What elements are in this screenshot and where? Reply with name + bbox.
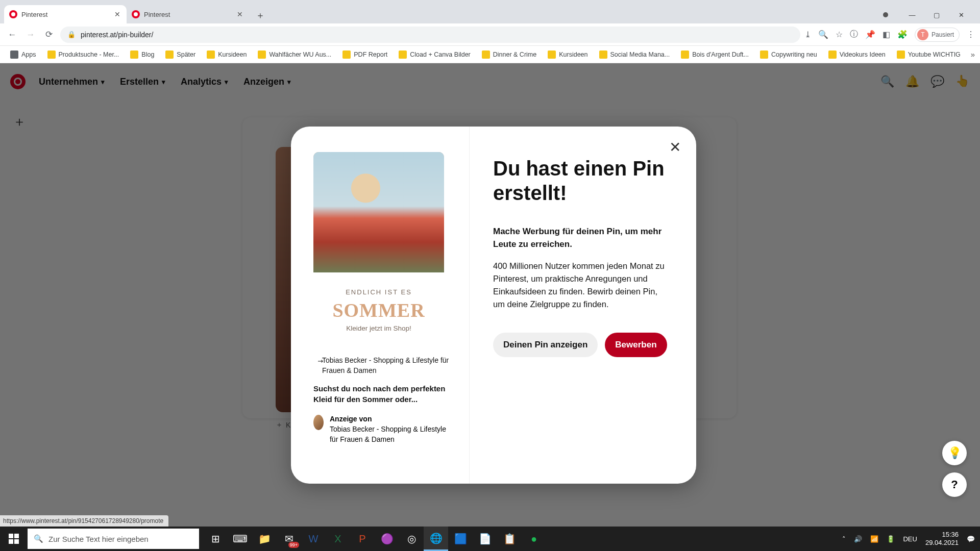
- bookmark-item[interactable]: Später: [161, 48, 200, 61]
- tray-wifi-icon[interactable]: 📶: [870, 535, 878, 543]
- extensions-pin-icon[interactable]: 📌: [865, 30, 875, 39]
- bookmark-item[interactable]: Videokurs Ideen: [824, 48, 890, 61]
- folder-icon: [342, 51, 351, 59]
- pin-overlay-line1: ENDLICH IST ES: [346, 288, 412, 296]
- window-close-button[interactable]: ✕: [949, 6, 973, 23]
- bookmark-label: Cload + Canva Bilder: [410, 51, 470, 58]
- edge-app-icon[interactable]: 🟦: [448, 527, 473, 551]
- taskbar-app[interactable]: 🟣: [375, 527, 399, 551]
- url-text: pinterest.at/pin-builder/: [81, 31, 153, 39]
- bookmark-item[interactable]: Cload + Canva Bilder: [395, 48, 474, 61]
- pin-overlay-line3: Kleider jetzt im Shop!: [346, 324, 411, 332]
- bookmark-item[interactable]: Bois d'Argent Duft...: [677, 48, 753, 61]
- chrome-account-indicator[interactable]: [883, 12, 888, 17]
- powerpoint-app-icon[interactable]: P: [350, 527, 375, 551]
- task-view-button[interactable]: ⊞: [203, 527, 228, 551]
- pin-thumbnail: ENDLICH IST ES SOMMER Kleider jetzt im S…: [313, 152, 444, 348]
- extension-icon[interactable]: ◧: [883, 30, 890, 39]
- folder-icon: [482, 51, 490, 59]
- folder-icon: [130, 51, 138, 59]
- browser-tab-0[interactable]: Pinterest ✕: [4, 5, 127, 23]
- pin-description: Suchst du noch nach dem perfekten Kleid …: [313, 383, 452, 405]
- bookmark-star-icon[interactable]: ☆: [836, 30, 843, 39]
- excel-app-icon[interactable]: X: [326, 527, 350, 551]
- modal-subtitle: Mache Werbung für deinen Pin, um mehr Le…: [493, 226, 674, 251]
- modal-close-button[interactable]: ✕: [665, 137, 685, 157]
- windows-logo-icon: [9, 534, 19, 544]
- close-tab-icon[interactable]: ✕: [113, 10, 121, 18]
- bookmark-item[interactable]: Kursideen: [203, 48, 251, 61]
- modal-body: 400 Millionen Nutzer kommen jeden Monat …: [493, 260, 667, 310]
- bookmark-item[interactable]: Social Media Mana...: [595, 48, 674, 61]
- browser-toolbar: ← → ⟳ 🔒 pinterest.at/pin-builder/ ⤓ 🔍 ☆ …: [0, 23, 980, 46]
- tab-title: Pinterest: [144, 11, 170, 18]
- mail-app-icon[interactable]: ✉: [277, 527, 301, 551]
- pin-overlay-line2: SOMMER: [332, 299, 425, 321]
- notepad-app-icon[interactable]: 📄: [473, 527, 497, 551]
- address-bar[interactable]: 🔒 pinterest.at/pin-builder/: [60, 27, 800, 43]
- tray-battery-icon[interactable]: 🔋: [887, 535, 895, 543]
- bookmark-item[interactable]: Blog: [126, 48, 158, 61]
- bookmark-item[interactable]: PDF Report: [338, 48, 391, 61]
- link-preview-statusbar: https://www.pinterest.at/pin/91542706172…: [0, 515, 168, 527]
- tray-chevron-icon[interactable]: ˄: [842, 535, 846, 543]
- ideas-fab[interactable]: 💡: [942, 441, 967, 465]
- folder-icon: [165, 51, 174, 59]
- bookmark-label: PDF Report: [354, 51, 387, 58]
- nav-reload-button[interactable]: ⟳: [42, 28, 56, 42]
- bookmark-item[interactable]: Kursideen: [544, 48, 592, 61]
- bookmark-apps[interactable]: Apps: [6, 48, 40, 61]
- folder-icon: [47, 51, 56, 59]
- profile-state: Pausiert: [932, 31, 954, 38]
- start-button[interactable]: [0, 527, 28, 551]
- action-center-icon[interactable]: 💬: [967, 535, 975, 543]
- ad-by-name: Tobias Becker - Shopping & Lifestyle für…: [330, 424, 452, 445]
- bookmark-label: Produktsuche - Mer...: [59, 51, 119, 58]
- spotify-app-icon[interactable]: ●: [522, 527, 546, 551]
- pinterest-favicon: [132, 10, 140, 18]
- new-tab-button[interactable]: ＋: [252, 7, 268, 23]
- tray-volume-icon[interactable]: 🔊: [854, 535, 862, 543]
- word-app-icon[interactable]: W: [301, 527, 326, 551]
- taskbar-app[interactable]: ⌨: [228, 527, 252, 551]
- chrome-menu-icon[interactable]: ⋮: [967, 30, 975, 39]
- taskbar-search[interactable]: 🔍 Zur Suche Text hier eingeben: [28, 529, 199, 549]
- chrome-app-icon[interactable]: 🌐: [424, 527, 448, 551]
- pin-created-modal: ENDLICH IST ES SOMMER Kleider jetzt im S…: [291, 127, 696, 484]
- bookmark-label: Videokurs Ideen: [840, 51, 886, 58]
- taskbar-app[interactable]: 📋: [497, 527, 522, 551]
- bookmark-item[interactable]: Wahlfächer WU Aus...: [254, 48, 335, 61]
- reading-list-button[interactable]: ☰Leseliste: [978, 48, 980, 60]
- nav-back-button[interactable]: ←: [5, 28, 19, 42]
- obs-app-icon[interactable]: ◎: [399, 527, 424, 551]
- bookmark-overflow-icon[interactable]: »: [971, 50, 975, 59]
- browser-tabstrip: Pinterest ✕ Pinterest ✕ ＋ — ▢ ✕: [0, 0, 980, 23]
- window-minimize-button[interactable]: —: [900, 6, 924, 23]
- tray-date: 29.04.2021: [925, 539, 959, 547]
- bookmark-label: Blog: [141, 51, 154, 58]
- bookmark-label: Social Media Mana...: [610, 51, 670, 58]
- bookmark-label: Wahlfächer WU Aus...: [269, 51, 331, 58]
- bookmark-item[interactable]: Youtube WICHTIG: [893, 48, 965, 61]
- extensions-puzzle-icon[interactable]: 🧩: [897, 30, 908, 39]
- bookmark-item[interactable]: Copywriting neu: [756, 48, 821, 61]
- search-icon: 🔍: [34, 534, 43, 543]
- tray-clock[interactable]: 15:36 29.04.2021: [925, 531, 959, 546]
- help-fab[interactable]: ?: [942, 472, 967, 497]
- close-tab-icon[interactable]: ✕: [236, 10, 244, 18]
- apps-icon: [10, 51, 18, 59]
- profile-chip[interactable]: T Pausiert: [915, 28, 960, 42]
- install-app-icon[interactable]: ⤓: [804, 30, 811, 39]
- view-pin-button[interactable]: Deinen Pin anzeigen: [493, 333, 598, 357]
- nav-forward-button[interactable]: →: [23, 28, 38, 42]
- promote-pin-button[interactable]: Bewerben: [605, 333, 667, 357]
- tray-language[interactable]: DEU: [903, 535, 917, 543]
- bookmark-item[interactable]: Dinner & Crime: [478, 48, 541, 61]
- profile-avatar: T: [917, 29, 928, 40]
- browser-tab-1[interactable]: Pinterest ✕: [127, 5, 249, 23]
- bookmark-item[interactable]: Produktsuche - Mer...: [43, 48, 124, 61]
- zoom-icon[interactable]: 🔍: [818, 30, 828, 39]
- file-explorer-icon[interactable]: 📁: [252, 527, 277, 551]
- reader-icon[interactable]: ⓘ: [850, 29, 858, 40]
- window-maximize-button[interactable]: ▢: [925, 6, 948, 23]
